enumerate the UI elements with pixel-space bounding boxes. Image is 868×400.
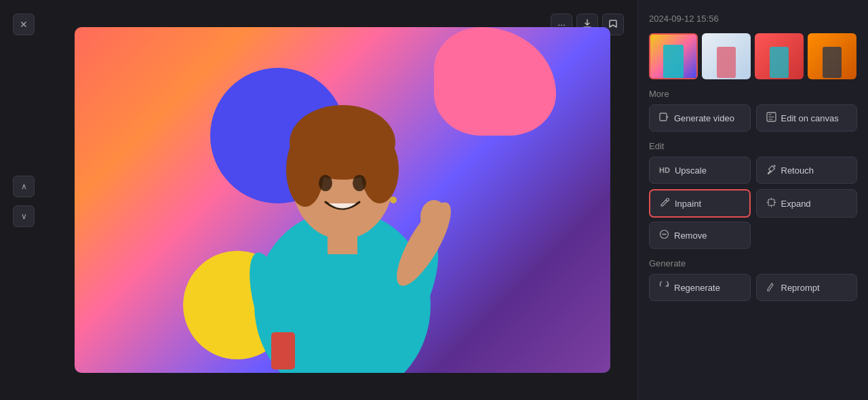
regenerate-button[interactable]: Regenerate [649,274,751,301]
remove-button[interactable]: Remove [649,222,751,249]
generate-section: Generate Regenerate Reprompt [649,258,857,301]
regenerate-label: Regenerate [674,283,720,293]
svg-point-12 [390,197,397,203]
close-icon: ✕ [20,19,28,30]
main-image-container [75,27,610,373]
expand-button[interactable]: Expand [756,189,858,218]
thumbnail-4[interactable] [808,33,856,79]
inpaint-icon [660,197,670,209]
svg-point-6 [353,175,366,191]
more-section: More Generate video Edit o [649,89,857,132]
nav-up-button[interactable]: ∧ [13,176,35,197]
close-button[interactable]: ✕ [13,14,35,35]
inpaint-button[interactable]: Inpaint [649,189,751,218]
upscale-label: Upscale [675,165,707,176]
generate-buttons: Regenerate Reprompt [649,274,857,301]
svg-rect-14 [660,113,667,121]
right-sidebar: 2024-09-12 15:56 More [637,0,868,400]
chevron-down-icon: ∨ [21,212,27,221]
svg-rect-10 [271,332,295,369]
edit-label: Edit [649,141,857,151]
svg-rect-17 [768,199,774,205]
edit-on-canvas-label: Edit on canvas [781,113,839,123]
remove-icon [659,229,669,241]
edit-canvas-icon [766,112,776,124]
edit-section: Edit HD Upscale Retouch [649,141,857,249]
thumbnail-3[interactable] [755,33,804,79]
more-buttons: Generate video Edit on canvas [649,104,857,132]
timestamp: 2024-09-12 15:56 [649,11,857,24]
generate-video-icon [659,112,669,124]
generate-video-label: Generate video [674,113,734,123]
edit-buttons: HD Upscale Retouch [649,157,857,218]
person-illustration [200,47,485,373]
svg-point-3 [286,132,324,207]
svg-point-4 [361,136,399,203]
reprompt-button[interactable]: Reprompt [756,274,858,301]
retouch-icon [766,164,776,176]
thumbnail-2[interactable] [702,33,751,79]
left-panel: ✕ ∧ ∨ [0,0,47,400]
svg-point-5 [319,175,332,191]
generate-label: Generate [649,258,857,268]
reprompt-icon [766,281,776,294]
regenerate-icon [659,281,669,294]
expand-icon [766,197,776,209]
main-image [75,27,610,373]
inpaint-label: Inpaint [675,199,701,209]
svg-point-16 [667,199,669,201]
upscale-icon: HD [659,166,670,174]
thumbnail-1[interactable] [649,33,698,79]
svg-point-11 [420,200,448,234]
reprompt-label: Reprompt [781,283,820,293]
chevron-up-icon: ∧ [21,182,27,191]
nav-down-button[interactable]: ∨ [13,205,35,227]
retouch-button[interactable]: Retouch [756,157,858,184]
nav-buttons: ∧ ∨ [13,173,35,227]
generate-video-button[interactable]: Generate video [649,104,751,132]
upscale-button[interactable]: HD Upscale [649,157,751,184]
retouch-label: Retouch [781,165,814,176]
expand-label: Expand [781,199,811,209]
thumbnail-row [649,33,857,79]
edit-on-canvas-button[interactable]: Edit on canvas [756,104,858,132]
main-content: ··· [47,0,637,400]
more-label: More [649,89,857,99]
remove-label: Remove [674,231,707,241]
svg-rect-13 [328,227,357,254]
